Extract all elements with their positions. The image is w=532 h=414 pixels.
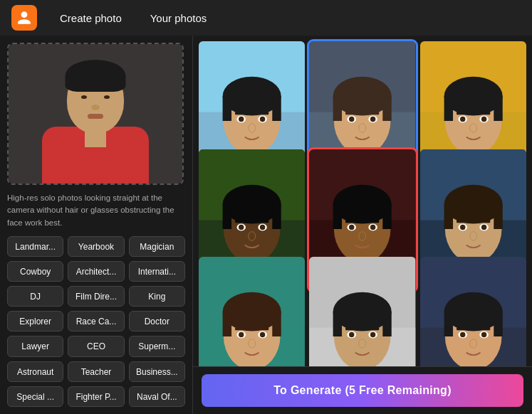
svg-point-92	[481, 224, 486, 229]
svg-rect-14	[256, 112, 268, 115]
svg-rect-71	[333, 204, 342, 229]
svg-point-108	[260, 332, 265, 337]
svg-point-12	[260, 117, 265, 122]
style-btn-superman[interactable]: Superm...	[129, 336, 185, 356]
svg-point-44	[481, 117, 486, 122]
svg-point-107	[239, 332, 244, 337]
svg-point-140	[481, 332, 486, 337]
svg-rect-56	[272, 204, 281, 229]
style-btn-architect[interactable]: Architect...	[68, 261, 124, 282]
photo-card[interactable]	[309, 257, 415, 366]
svg-point-11	[239, 117, 244, 122]
svg-rect-126	[367, 328, 379, 331]
svg-rect-72	[383, 204, 392, 229]
svg-point-27	[349, 117, 354, 122]
svg-rect-109	[235, 328, 247, 331]
svg-rect-29	[345, 112, 358, 115]
generate-button[interactable]: To Generate (5 Free Remaining)	[202, 374, 523, 407]
style-btn-yearbook[interactable]: Yearbook	[68, 236, 124, 257]
style-btn-magician[interactable]: Magician	[129, 236, 185, 257]
style-btn-dj[interactable]: DJ	[7, 286, 63, 307]
svg-rect-8	[272, 96, 281, 121]
user-icon	[16, 10, 32, 26]
svg-point-63	[249, 231, 256, 240]
svg-point-123	[349, 332, 354, 337]
style-btn-business[interactable]: Business...	[129, 361, 185, 382]
generate-bar: To Generate (5 Free Remaining)	[193, 366, 532, 414]
hint-text: High-res solo photos looking straight at…	[7, 192, 185, 229]
svg-rect-94	[478, 220, 490, 223]
svg-rect-120	[383, 312, 392, 336]
style-btn-teacher[interactable]: Teacher	[68, 361, 124, 382]
styles-grid: Landmar...YearbookMagicianCowboyArchitec…	[7, 236, 185, 414]
svg-point-47	[469, 124, 476, 132]
svg-rect-87	[444, 204, 452, 229]
photos-grid	[193, 36, 532, 366]
photo-portrait	[199, 257, 305, 366]
svg-rect-24	[383, 96, 392, 121]
style-btn-naval[interactable]: Naval Of...	[129, 386, 185, 407]
svg-rect-78	[367, 220, 379, 223]
svg-rect-7	[223, 96, 231, 121]
svg-point-143	[469, 339, 476, 348]
style-btn-ceo[interactable]: CEO	[68, 336, 124, 356]
right-panel: To Generate (5 Free Remaining)	[192, 36, 532, 414]
svg-point-59	[239, 224, 244, 229]
svg-point-127	[359, 339, 366, 348]
upload-area[interactable]	[7, 43, 184, 185]
photo-card[interactable]	[199, 257, 305, 366]
style-btn-racecar[interactable]: Race Ca...	[68, 311, 124, 331]
svg-rect-110	[256, 328, 268, 331]
svg-rect-88	[494, 204, 502, 229]
style-btn-lawyer[interactable]: Lawyer	[7, 336, 63, 356]
svg-point-91	[460, 224, 465, 229]
svg-rect-125	[345, 328, 358, 331]
svg-point-95	[469, 231, 476, 240]
style-btn-fighter[interactable]: Fighter P...	[68, 386, 124, 407]
nav-your-photos[interactable]: Your photos	[145, 9, 213, 27]
svg-point-139	[460, 332, 465, 337]
app-icon	[11, 5, 37, 31]
svg-rect-39	[444, 96, 452, 121]
style-btn-astronaut[interactable]: Astronaut	[7, 361, 63, 382]
svg-rect-23	[333, 96, 342, 121]
style-btn-landmark[interactable]: Landmar...	[7, 236, 63, 257]
svg-rect-45	[457, 112, 469, 115]
svg-rect-55	[223, 204, 231, 229]
svg-point-76	[370, 224, 375, 229]
svg-point-79	[359, 231, 366, 240]
photo-card[interactable]	[420, 257, 526, 366]
photo-portrait	[309, 257, 415, 366]
svg-rect-103	[223, 312, 231, 336]
style-btn-king[interactable]: King	[129, 286, 185, 307]
svg-rect-93	[457, 220, 469, 223]
svg-rect-62	[256, 220, 268, 223]
style-btn-cowboy[interactable]: Cowboy	[7, 261, 63, 282]
nav-create[interactable]: Create photo	[54, 9, 127, 27]
style-btn-filmdirector[interactable]: Film Dire...	[68, 286, 124, 307]
photo-portrait	[420, 257, 526, 366]
style-btn-doctor[interactable]: Doctor	[129, 311, 185, 331]
svg-point-75	[349, 224, 354, 229]
svg-rect-142	[478, 328, 490, 331]
svg-rect-61	[235, 220, 247, 223]
style-btn-special[interactable]: Special ...	[7, 386, 63, 407]
svg-rect-46	[478, 112, 490, 115]
svg-point-43	[460, 117, 465, 122]
svg-rect-104	[272, 312, 281, 336]
svg-point-111	[249, 339, 256, 348]
svg-rect-135	[444, 312, 452, 336]
header: Create photo Your photos	[0, 0, 532, 36]
style-btn-international[interactable]: Internati...	[129, 261, 185, 282]
style-btn-explorer[interactable]: Explorer	[7, 311, 63, 331]
main-content: High-res solo photos looking straight at…	[0, 36, 532, 414]
svg-point-15	[249, 124, 256, 132]
svg-rect-119	[333, 312, 342, 336]
svg-point-28	[370, 117, 375, 122]
svg-point-124	[370, 332, 375, 337]
left-panel: High-res solo photos looking straight at…	[0, 36, 192, 414]
svg-rect-136	[494, 312, 502, 336]
svg-point-31	[359, 124, 366, 132]
svg-rect-30	[367, 112, 379, 115]
svg-rect-77	[345, 220, 358, 223]
